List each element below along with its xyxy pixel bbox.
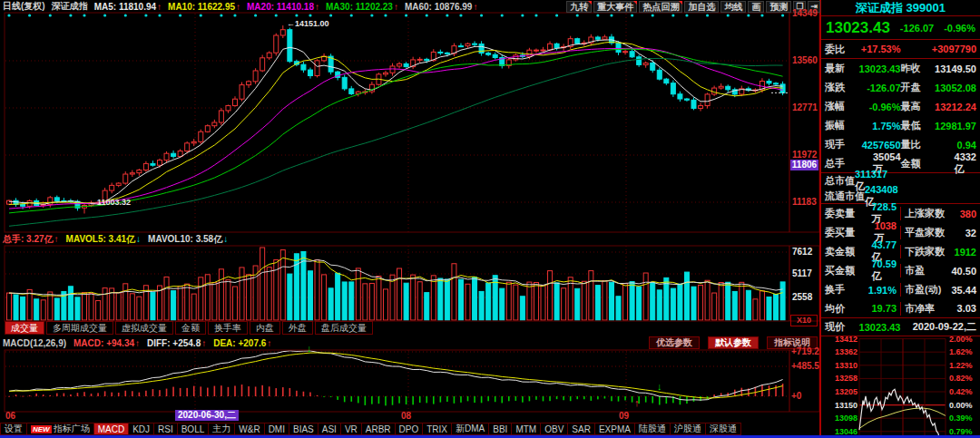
indicator-tab-BOLL[interactable]: BOLL <box>178 423 210 435</box>
macd-signal-arrow: ↓ <box>307 343 312 354</box>
macd-axis-label: +0 <box>791 391 801 401</box>
mini-chart-price-label: 13098 <box>821 414 858 423</box>
quote-value: 40.50 <box>951 266 976 277</box>
quote-label: 市盈(动) <box>905 283 941 297</box>
quote-label: 昨收 <box>901 62 921 75</box>
mini-chart-price-label: 13412 <box>821 335 858 344</box>
quote-row: 最新13023.43昨收13149.50 <box>821 59 980 78</box>
trend-arrow-icon: ↑ <box>135 338 140 348</box>
indicator-tab-SAR[interactable]: SAR <box>568 423 595 435</box>
quote-value: 0.94 <box>957 140 976 151</box>
indicator-tab-TRIX[interactable]: TRIX <box>423 423 452 435</box>
toolbar-button-画[interactable]: 画 <box>748 1 764 13</box>
toolbar-button-重大事件[interactable]: 重大事件 <box>593 1 637 13</box>
indicator-tab-BIAS[interactable]: BIAS <box>289 423 318 435</box>
indicator-tab-KDJ[interactable]: KDJ <box>129 423 154 435</box>
quote-cell-left: 最新13023.43 <box>825 62 901 75</box>
quote-cell-left: 涨跌-126.07 <box>825 81 901 94</box>
trend-arrow-icon: ↑ <box>54 234 59 244</box>
indicator-tab-指标广场[interactable]: NEW指标广场 <box>27 423 94 435</box>
volume-tab-金额[interactable]: 金额 <box>175 321 206 335</box>
toolbar-button-加自选[interactable]: 加自选 <box>684 1 719 13</box>
indicator-tab-label: MACD <box>98 424 124 434</box>
quote-value: +17.53% <box>861 44 901 54</box>
quote-row: 委比+17.53%+3097790 <box>821 40 980 59</box>
quote-label: 委比 <box>825 43 845 56</box>
quote-row: 振幅1.75%最低12981.97 <box>821 116 980 135</box>
quote-row: 涨幅-0.96%最高13212.24 <box>821 97 980 116</box>
indicator-tab-label: RSI <box>158 424 173 434</box>
toolbar-button-预测[interactable]: 预测 <box>766 1 791 13</box>
indicator-tab-OBV[interactable]: OBV <box>541 423 568 435</box>
quote-cell-right: 金额4332亿 <box>901 151 977 176</box>
indicator-tab-沪股通[interactable]: 沪股通 <box>671 423 706 435</box>
mini-chart-pct-label: 2.00% <box>949 335 973 344</box>
quote-value-unit: 亿 <box>871 269 897 283</box>
volume-tab-换手率[interactable]: 换手率 <box>208 321 248 335</box>
x-axis-label: 08 <box>401 411 411 421</box>
indicator-tab-VR[interactable]: VR <box>341 423 362 435</box>
quote-value: 4257650 <box>862 140 901 151</box>
indicator-tab-DMI[interactable]: DMI <box>265 423 289 435</box>
quote-value: 12981.97 <box>935 121 976 131</box>
quote-label: 量比 <box>901 138 921 151</box>
trend-arrow-icon: ↑ <box>157 2 162 12</box>
macd-signal-arrow: ↓ <box>657 381 662 392</box>
quote-cell-right: 市盈40.50 <box>900 264 976 277</box>
indicator-tab-DPO[interactable]: DPO <box>396 423 424 435</box>
volume-tab-盘后成交量[interactable]: 盘后成交量 <box>315 321 373 335</box>
quote-value-unit: 亿 <box>955 162 976 176</box>
volume-readout: 总手: 3.27亿↑ <box>3 233 59 246</box>
macd-value: MACD: +94.34↑ <box>74 338 140 348</box>
ma-readout: 日线(复权)深证成指MA5: 11810.94↑MA10: 11622.95↑M… <box>3 0 484 13</box>
quote-value: 13052.08 <box>935 83 976 93</box>
quote-cell-right: 最低12981.97 <box>901 119 977 132</box>
volume-tab-多周期成交量[interactable]: 多周期成交量 <box>46 321 113 335</box>
quote-label: 金额 <box>901 157 921 170</box>
indicator-tab-EXPMA[interactable]: EXPMA <box>595 423 635 435</box>
quote-value: 32 <box>965 228 976 238</box>
indicator-tab-label: TRIX <box>426 424 447 434</box>
toolbar-button-热点回溯[interactable]: 热点回溯 <box>639 1 682 13</box>
indicator-tab-陆股通[interactable]: 陆股通 <box>635 423 671 435</box>
quote-cell-right: 下跌家数1912 <box>900 245 976 258</box>
x-axis-label: 09 <box>619 411 629 421</box>
trend-arrow-icon: ↑ <box>236 2 240 12</box>
trend-arrow-icon: ↑ <box>394 2 398 12</box>
ma-value: MA20: 11410.18↑ <box>247 2 319 12</box>
indicator-tab-BBI[interactable]: BBI <box>489 423 512 435</box>
indicator-tab-主力[interactable]: 主力 <box>209 423 235 435</box>
indicator-tab-深股通[interactable]: 深股通 <box>706 423 741 435</box>
indicator-tab-新DMA[interactable]: 新DMA <box>452 423 489 435</box>
price-annotation: ←14151.00 <box>287 19 329 28</box>
quote-cell-right: 开盘13052.08 <box>901 81 977 94</box>
indicator-tab-label: MTM <box>515 424 536 434</box>
toolbar-button-九转[interactable]: 九转 <box>566 1 592 13</box>
quote-cell-left: 委比+17.53% <box>825 43 901 56</box>
indicator-tab-MTM[interactable]: MTM <box>512 423 541 435</box>
volume-tab-内盘[interactable]: 内盘 <box>250 321 280 335</box>
toolbar-button-均线[interactable]: 均线 <box>720 1 746 13</box>
volume-readout: MAVOL5: 3.41亿↓ <box>66 233 142 246</box>
quote-label: 买金额 <box>825 264 855 277</box>
volume-tab-虚拟成交量[interactable]: 虚拟成交量 <box>115 321 173 335</box>
macd-button-默认参数[interactable]: 默认参数 <box>708 336 759 349</box>
stock-trading-app: 日线(复权)深证成指MA5: 11810.94↑MA10: 11622.95↑M… <box>0 0 980 438</box>
indicator-tab-ASI[interactable]: ASI <box>318 423 341 435</box>
indicator-tab-RSI[interactable]: RSI <box>154 423 178 435</box>
y-axis-label: 11183 <box>792 197 817 207</box>
indicator-tab-设置[interactable]: 设置 <box>0 423 27 435</box>
volume-tab-成交量[interactable]: 成交量 <box>5 321 44 335</box>
quote-value: 1.91% <box>868 285 897 296</box>
trend-arrow-icon: ↑ <box>201 338 206 348</box>
indicator-tab-label: 设置 <box>5 423 23 435</box>
indicator-tab-MACD[interactable]: MACD <box>94 423 129 435</box>
quote-row: 换手1.91%市盈(动)35.44 <box>821 280 980 299</box>
y-axis-label: 11972 <box>792 150 817 160</box>
macd-button-优选参数[interactable]: 优选参数 <box>649 336 700 349</box>
price-annotation: ←11003.32 <box>89 198 131 207</box>
indicator-tab-W&R[interactable]: W&R <box>235 423 264 435</box>
volume-tab-外盘[interactable]: 外盘 <box>282 321 313 335</box>
quote-cell-right: 量比0.94 <box>901 138 977 151</box>
indicator-tab-ARBR[interactable]: ARBR <box>362 423 396 435</box>
